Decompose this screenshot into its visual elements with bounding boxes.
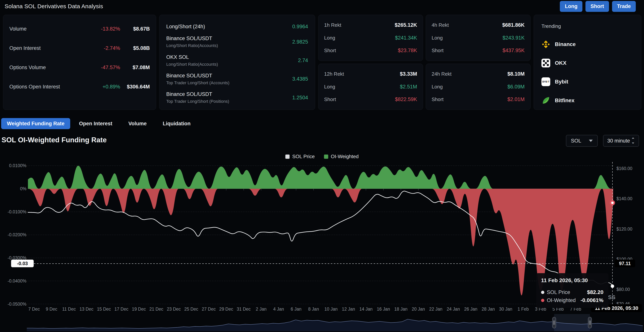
ratio-value: 3.4385 — [292, 76, 308, 82]
rekt-total-row: 24h Rekt$8.10M — [432, 71, 524, 77]
binance-icon — [542, 40, 550, 49]
trade-button[interactable]: Trade — [612, 1, 636, 12]
x-axis-tick-label: 13 Dec — [80, 307, 93, 312]
chart-section-title: SOL OI-Weighted Funding Rate — [2, 136, 107, 144]
y-left-tick-label: -0.0400% — [8, 279, 26, 284]
rekt-short-label: Short — [432, 48, 502, 53]
ratio-value: 2.9825 — [292, 39, 308, 45]
symbol-select[interactable]: SOL — [566, 135, 598, 147]
exchange-name: Bybit — [555, 79, 568, 85]
rekt-short-label: Short — [432, 96, 508, 102]
tooltip-row: SOL Price$82.20 — [541, 289, 604, 295]
interval-select-value: 30 minute — [607, 138, 630, 144]
stat-value: $5.08B — [120, 45, 150, 51]
stat-label: Options Volume — [9, 65, 92, 70]
x-axis-tick-label: 20 Jan — [412, 307, 425, 312]
x-axis-tick-label: 11 Dec — [62, 307, 76, 312]
market-stats-card: Volume-13.82%$8.67BOpen Interest-2.74%$5… — [3, 15, 156, 110]
x-axis-tick-label: 18 Jan — [394, 307, 408, 312]
navigator-handle-left[interactable] — [552, 317, 556, 328]
ratio-value: 2.74 — [298, 57, 308, 63]
rekt-short-label: Short — [324, 48, 398, 53]
ratio-row: Binance SOL/USDTLong/Short Ratio(Account… — [166, 35, 308, 48]
top-bar: Solana SOL Derivatives Data Analysis Lon… — [0, 0, 644, 13]
rekt-title: 4h Rekt — [432, 22, 502, 28]
trending-item-bitfinex[interactable]: Bitfinex — [542, 96, 634, 105]
rekt-total-row: 4h Rekt$681.86K — [432, 22, 524, 28]
stat-label: Volume — [9, 26, 92, 32]
rekt-card: 4h Rekt$681.86KLong$243.91KShort$437.95K — [426, 15, 530, 61]
trending-item-binance[interactable]: Binance — [542, 40, 634, 49]
x-axis-tick-label: 29 Dec — [219, 307, 233, 312]
stat-change: -2.74% — [92, 45, 120, 51]
page-title: Solana SOL Derivatives Data Analysis — [4, 3, 103, 9]
stat-value: $8.67B — [120, 26, 150, 32]
x-axis-tick-label: 2 Jan — [256, 307, 266, 312]
trending-item-bybit[interactable]: BYB!TBybit — [542, 77, 634, 86]
long-button[interactable]: Long — [560, 1, 582, 12]
ratio-value: 1.2504 — [292, 95, 308, 101]
tooltip-title: 11 Feb 2026, 05:30 — [541, 277, 604, 284]
interval-select[interactable]: 30 minute ⌃⌄ — [603, 135, 639, 147]
sol-price-marker-dot — [611, 284, 614, 288]
tooltip-series-value: -0.0061% — [580, 297, 604, 303]
short-button[interactable]: Short — [586, 1, 609, 12]
y-right-tick-label: $140.00 — [616, 196, 632, 201]
stepper-up-down-icon: ⌃⌄ — [631, 138, 635, 144]
ratio-title: Binance SOL/USDT — [166, 35, 292, 41]
x-axis-tick-label: 14 Jan — [359, 307, 372, 312]
ratio-row: Binance SOL/USDTTop Trader Long/Short (P… — [166, 91, 308, 104]
rekt-long-row: Long$2.51M — [324, 84, 417, 90]
ratio-labels: Binance SOL/USDTTop Trader Long/Short (A… — [166, 73, 292, 85]
chart-range-navigator[interactable] — [0, 314, 644, 332]
tab-open-interest[interactable]: Open Interest — [72, 118, 120, 129]
y-left-tick-label: -0.0500% — [8, 302, 26, 307]
x-axis-tick-label: 22 Jan — [429, 307, 442, 312]
x-axis-tick-label: 31 Dec — [237, 307, 251, 312]
trade-action-buttons: LongShortTrade — [560, 1, 636, 12]
rekt-total-value: $3.33M — [400, 71, 417, 77]
navigator-handle-right[interactable] — [588, 317, 592, 328]
tooltip-series-value: $82.20 — [587, 289, 604, 295]
tooltip-series-dot — [541, 291, 544, 294]
rekt-long-value: $241.34K — [395, 35, 417, 41]
tooltip-rows: SOL Price$82.20OI-Weighted-0.0061% — [541, 289, 604, 303]
rekt-card: 24h Rekt$8.10MLong$6.09MShort$2.01M — [426, 64, 530, 110]
y-left-tick-label: 0.0100% — [9, 163, 26, 168]
rekt-long-label: Long — [324, 35, 395, 41]
trending-item-okx[interactable]: OKX — [542, 59, 634, 67]
ratio-subtitle: Long/Short Ratio(Accounts) — [166, 43, 292, 48]
symbol-select-value: SOL — [571, 138, 581, 144]
ratio-value: 0.9964 — [292, 24, 308, 30]
navigator-selected-window[interactable] — [554, 314, 590, 331]
tab-weighted-funding-rate[interactable]: Weighted Funding Rate — [1, 118, 70, 129]
trending-title: Trending — [542, 23, 634, 29]
rekt-long-row: Long$6.09M — [432, 84, 524, 90]
tab-volume[interactable]: Volume — [121, 118, 154, 129]
funding-positive-area — [28, 166, 613, 189]
exchange-name: Binance — [555, 41, 576, 47]
tab-liquidation[interactable]: Liquidation — [156, 118, 198, 129]
bybit-icon: BYB!T — [542, 77, 550, 86]
stat-row: Options Open Interest+0.89%$306.64M — [9, 84, 150, 90]
tooltip-series-label: SOL Price — [547, 289, 570, 295]
x-axis-tick-label: 8 Jan — [308, 307, 319, 312]
exchange-name: OKX — [555, 60, 566, 66]
x-axis-tick-label: 27 Dec — [202, 307, 216, 312]
navigator-area — [27, 319, 643, 331]
rekt-total-value: $265.12K — [395, 22, 417, 28]
ratio-labels: Binance SOL/USDTLong/Short Ratio(Account… — [166, 35, 292, 48]
rekt-total-row: 12h Rekt$3.33M — [324, 71, 417, 77]
rekt-short-value: $822.59K — [395, 96, 417, 102]
ratio-row: OKX SOLLong/Short Ratio(Accounts)2.74 — [166, 54, 308, 67]
rekt-total-value: $681.86K — [502, 22, 524, 28]
chart-tabs: Weighted Funding RateOpen InterestVolume… — [1, 118, 198, 129]
x-axis-tick-label: 1 Feb — [518, 307, 529, 312]
ratio-subtitle: Top Trader Long/Short (Positions) — [166, 99, 292, 104]
rekt-cards-grid: 1h Rekt$265.12KLong$241.34KShort$23.78K4… — [318, 15, 530, 110]
tooltip-series-label: OI-Weighted — [547, 297, 576, 303]
rekt-long-row: Long$241.34K — [324, 35, 417, 41]
y-left-tick-label: -0.0200% — [8, 232, 26, 237]
rekt-card: 12h Rekt$3.33MLong$2.51MShort$822.59K — [318, 64, 423, 110]
ratio-labels: OKX SOLLong/Short Ratio(Accounts) — [166, 54, 298, 67]
